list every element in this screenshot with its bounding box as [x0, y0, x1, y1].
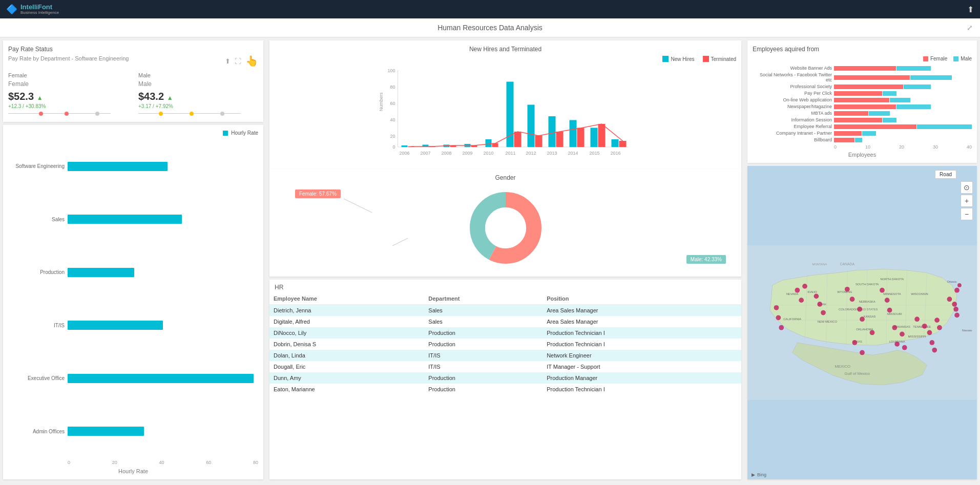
gender-donut-svg	[467, 189, 544, 266]
female-slider-line	[8, 113, 111, 114]
table-row: Dietrich, Jenna Sales Area Sales Manager	[269, 305, 741, 317]
hr-table-scroll[interactable]: Employee Name Department Position Dietri…	[269, 293, 741, 479]
source-bars	[834, 104, 972, 109]
nav-export-icon[interactable]: ⬆	[967, 5, 974, 14]
svg-text:Ottawa: Ottawa	[947, 280, 957, 283]
acquired-row: MBTA ads	[753, 111, 972, 116]
svg-point-87	[802, 284, 807, 289]
svg-text:2014: 2014	[568, 151, 578, 156]
hires-legend: New Hires Terminated	[275, 56, 736, 62]
road-button[interactable]: Road	[935, 170, 956, 179]
svg-text:Numbers: Numbers	[379, 92, 384, 111]
svg-text:20: 20	[390, 134, 395, 139]
svg-text:Nassau: Nassau	[962, 329, 972, 332]
employee-name: Eaton, Marianne	[269, 384, 424, 395]
female-legend-item: Female	[923, 56, 947, 61]
bar-fill	[68, 268, 134, 277]
svg-text:60: 60	[390, 101, 395, 106]
male-bar	[869, 111, 889, 116]
male-bar	[910, 75, 952, 80]
svg-text:COLORADO: COLORADO	[839, 308, 856, 311]
svg-point-92	[850, 297, 855, 302]
cursor-icon[interactable]: 👆	[245, 55, 258, 67]
svg-point-88	[814, 294, 819, 299]
male-slider-dot-right[interactable]	[220, 112, 224, 116]
acquired-row: Professional Society	[753, 84, 972, 89]
source-bars	[834, 91, 972, 96]
svg-text:KANSAS: KANSAS	[864, 315, 876, 318]
svg-text:2012: 2012	[526, 151, 536, 156]
female-legend-color	[923, 56, 928, 61]
zoom-in-button[interactable]: +	[961, 195, 973, 207]
svg-point-106	[947, 297, 952, 302]
svg-point-94	[860, 317, 865, 322]
table-row: Digitale, Alfred Sales Area Sales Manage…	[269, 316, 741, 327]
locate-button[interactable]: ⊙	[961, 181, 973, 194]
hourly-legend-dot	[223, 131, 228, 136]
position: Area Sales Manager	[543, 305, 741, 317]
bar-fill	[68, 321, 163, 330]
male-bar	[890, 98, 910, 102]
female-bar	[834, 104, 896, 109]
bar-track	[68, 427, 258, 436]
bar-track	[68, 374, 258, 383]
male-bar	[896, 104, 931, 109]
hourly-bar-row: Admin Offices	[8, 427, 258, 436]
svg-text:MEXICO: MEXICO	[835, 364, 850, 369]
svg-text:2009: 2009	[462, 151, 472, 156]
expand-chart-icon[interactable]: ⛶	[235, 57, 241, 65]
male-bar	[883, 91, 896, 96]
female-slider-dot-left[interactable]	[39, 112, 43, 116]
map-panel: Road ⊙ + −	[747, 166, 977, 479]
svg-text:NEBRASKA: NEBRASKA	[859, 300, 875, 303]
svg-point-111	[957, 283, 962, 287]
col-position: Position	[543, 293, 741, 305]
hourly-bar-row: Software Engineering	[8, 162, 258, 171]
svg-point-117	[932, 348, 937, 353]
svg-point-85	[795, 288, 800, 293]
female-amount: $52.3 ▲	[8, 91, 128, 102]
female-bar	[834, 66, 896, 71]
bar-track	[68, 162, 258, 171]
svg-text:2013: 2013	[547, 151, 557, 156]
svg-point-97	[887, 308, 892, 313]
svg-rect-30	[619, 141, 627, 147]
female-bar	[834, 75, 910, 80]
x-axis-label: 40	[159, 460, 164, 465]
svg-point-100	[900, 332, 905, 337]
male-bar	[883, 118, 896, 122]
share-icon[interactable]: ⬆	[225, 57, 231, 65]
source-bars	[834, 131, 972, 136]
source-label: Social Networks - Facebook Twitter etc	[753, 72, 832, 82]
zoom-out-button[interactable]: −	[961, 208, 973, 220]
acq-x-label: 20	[899, 144, 904, 150]
svg-text:MINNESOTA: MINNESOTA	[883, 292, 901, 296]
bar-label: Production	[8, 269, 65, 275]
pay-rate-subtitle: Pay Rate by Department - Software Engine…	[8, 55, 129, 61]
page-title-bar: Human Resources Data Analysis ⤢	[0, 18, 980, 37]
svg-rect-24	[556, 132, 564, 147]
male-slider-dot-left[interactable]	[159, 112, 163, 116]
us-map-svg: Gulf of Mexico NEVADA CALIFORNIA IDAHO U…	[747, 166, 977, 479]
svg-point-110	[954, 288, 960, 293]
x-axis-label: 80	[253, 460, 258, 465]
svg-point-44	[485, 207, 526, 248]
top-nav: 🔷 IntelliFont Business Intelligence ⬆	[0, 0, 980, 18]
svg-point-115	[902, 345, 907, 350]
position: Production Manager	[543, 372, 741, 384]
svg-rect-9	[402, 145, 408, 147]
expand-icon[interactable]: ⤢	[967, 24, 973, 32]
male-pct-label: Male: 42.33%	[686, 255, 726, 264]
female-slider-dot-mid[interactable]	[65, 112, 69, 116]
female-slider-dot-right[interactable]	[95, 112, 99, 116]
table-row: DiNocco, Lily Production Production Tech…	[269, 327, 741, 339]
svg-point-108	[953, 307, 958, 312]
source-bars	[834, 124, 972, 129]
new-hires-legend: New Hires	[662, 56, 694, 62]
svg-text:SOUTH DAKOTA: SOUTH DAKOTA	[856, 283, 879, 286]
svg-point-83	[776, 315, 781, 320]
bar-label: Software Engineering	[8, 163, 65, 169]
acquired-row: Information Session	[753, 117, 972, 122]
male-slider-dot-mid[interactable]	[190, 112, 194, 116]
svg-point-90	[821, 310, 826, 315]
